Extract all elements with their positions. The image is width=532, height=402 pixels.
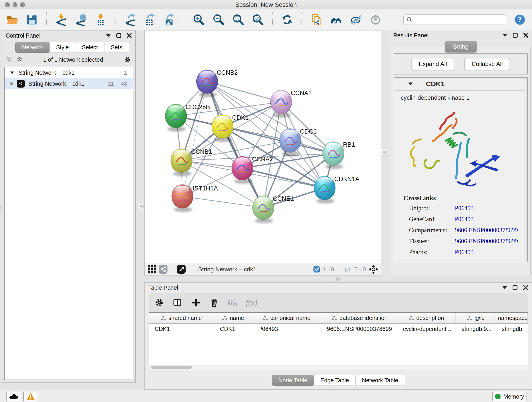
- network-node-CCNA2[interactable]: CCNA2: [232, 156, 273, 184]
- results-scrollbar[interactable]: [524, 78, 527, 262]
- network-view-toggle-icon[interactable]: [159, 265, 167, 274]
- node-table[interactable]: shared name name canonical name database…: [149, 312, 528, 370]
- export-image-button[interactable]: [163, 13, 176, 26]
- cell-id[interactable]: stringdb:9...: [456, 324, 496, 334]
- tab-style[interactable]: Style: [50, 42, 76, 53]
- scrollbar-thumb[interactable]: [151, 366, 192, 369]
- tab-string[interactable]: String: [445, 41, 476, 52]
- selected-checkbox-icon[interactable]: [313, 266, 320, 273]
- export-network-button[interactable]: [124, 13, 136, 26]
- hide-glass-button[interactable]: [350, 13, 362, 26]
- network-node-CCNA1[interactable]: CCNA1: [270, 89, 312, 118]
- table-options-gear-icon[interactable]: [154, 298, 164, 307]
- zoom-in-button[interactable]: [192, 13, 205, 26]
- section-expanded-icon[interactable]: [409, 83, 413, 85]
- column-header[interactable]: canonical name: [252, 313, 321, 323]
- tab-edge-table[interactable]: Edge Table: [314, 375, 355, 386]
- create-column-plus-icon[interactable]: [191, 298, 201, 307]
- cloud-status-button[interactable]: [6, 392, 21, 401]
- birdseye-view-icon[interactable]: [177, 265, 186, 274]
- tab-sets[interactable]: Sets: [104, 42, 129, 53]
- float-panel-icon[interactable]: [502, 286, 507, 289]
- edge-CCNB2-HIST1H1A[interactable]: [182, 82, 207, 196]
- float-panel-icon[interactable]: [106, 34, 111, 37]
- network-node-CCNB2[interactable]: CCNB2: [196, 69, 238, 97]
- horizontal-splitter-handle[interactable]: [336, 277, 340, 281]
- float-panel-icon[interactable]: [503, 34, 507, 37]
- collapse-all-button[interactable]: Collapse All: [464, 58, 510, 70]
- import-network-button[interactable]: [55, 13, 67, 26]
- maximize-panel-icon[interactable]: [116, 33, 121, 38]
- zoom-fit-button[interactable]: [232, 13, 244, 26]
- cell-database-identifier[interactable]: 9606.ENSP00000378699: [321, 324, 397, 334]
- grid-view-icon[interactable]: [147, 265, 156, 274]
- network-node-CCNB1[interactable]: CCNB1: [171, 148, 212, 176]
- node-label-CDK1: CDK1: [232, 114, 249, 121]
- crosslink-link[interactable]: P06493: [455, 216, 474, 223]
- show-columns-icon[interactable]: [172, 298, 183, 307]
- close-panel-icon[interactable]: [523, 33, 528, 38]
- table-row[interactable]: CDK1 CDK1 P06493 9606.ENSP00000378699 cy…: [149, 324, 528, 334]
- network-canvas[interactable]: CCNB2CCNA1CDC25BCDK1CDC6RB1CCNB1CCNA2CDK…: [144, 30, 381, 263]
- open-session-button[interactable]: [6, 13, 18, 26]
- column-header[interactable]: namespace: [496, 313, 528, 323]
- right-splitter-handle[interactable]: [382, 150, 387, 155]
- tab-network[interactable]: Network: [15, 42, 50, 53]
- zoom-selected-button[interactable]: [252, 13, 264, 26]
- help-button[interactable]: ?: [514, 13, 526, 26]
- zoom-out-button[interactable]: [212, 13, 225, 26]
- network-collection-row[interactable]: String Network – cdk1 1: [5, 67, 133, 78]
- maximize-panel-icon[interactable]: [513, 33, 518, 38]
- column-header[interactable]: database identifier: [321, 313, 397, 323]
- export-table-button[interactable]: [143, 13, 156, 26]
- crosslink-link[interactable]: P06493: [455, 205, 474, 212]
- delete-column-trash-icon[interactable]: [209, 298, 219, 307]
- column-header[interactable]: name: [214, 313, 252, 323]
- network-row-selected[interactable]: String Network – cdk1 11 48: [5, 78, 133, 89]
- network-options-gear-icon[interactable]: [123, 56, 131, 64]
- memory-button[interactable]: Memory: [492, 392, 527, 401]
- network-node-RB1[interactable]: RB1: [323, 141, 355, 169]
- expand-all-button[interactable]: Expand All: [412, 58, 454, 70]
- apply-layout-button[interactable]: [281, 13, 293, 26]
- table-horizontal-scrollbar[interactable]: [149, 365, 528, 370]
- cell-name[interactable]: CDK1: [214, 324, 252, 334]
- share-document-button[interactable]: [310, 13, 323, 26]
- search-input[interactable]: [414, 17, 503, 23]
- network-node-CCNE1[interactable]: CCNE1: [253, 195, 294, 223]
- collection-expanded-icon[interactable]: [10, 71, 14, 74]
- network-node-CDC25B[interactable]: CDC25B: [165, 104, 210, 132]
- home-button[interactable]: [330, 13, 342, 26]
- tab-node-table[interactable]: Node Table: [272, 375, 314, 386]
- column-header[interactable]: @id: [456, 313, 496, 323]
- left-splitter-handle[interactable]: [139, 204, 144, 209]
- cell-shared-name[interactable]: CDK1: [149, 324, 214, 334]
- tab-network-table[interactable]: Network Table: [355, 375, 405, 386]
- crosslink-link[interactable]: 9606.ENSP00000378699: [455, 227, 518, 234]
- maximize-panel-icon[interactable]: [513, 285, 518, 290]
- network-node-CDKN1A[interactable]: CDKN1A: [314, 176, 360, 204]
- import-database-button[interactable]: [75, 13, 87, 26]
- tab-select[interactable]: Select: [75, 42, 104, 53]
- cell-namespace[interactable]: stringdb: [496, 324, 528, 334]
- save-session-button[interactable]: [26, 13, 38, 26]
- column-header[interactable]: description: [397, 313, 456, 323]
- horizontal-splitter[interactable]: [144, 276, 532, 282]
- import-table-button[interactable]: [94, 13, 107, 26]
- toolbar-search[interactable]: [403, 14, 506, 25]
- warning-status-button[interactable]: [23, 392, 38, 401]
- cell-description[interactable]: cyclin-dependent ...: [397, 324, 456, 334]
- cell-canonical-name[interactable]: P06493: [252, 324, 321, 334]
- network-graph[interactable]: CCNB2CCNA1CDC25BCDK1CDC6RB1CCNB1CCNA2CDK…: [145, 31, 381, 264]
- column-header[interactable]: shared name: [149, 313, 214, 323]
- crosslink-link[interactable]: P06493: [455, 249, 474, 256]
- close-panel-icon[interactable]: [127, 33, 132, 38]
- expand-all-icon[interactable]: [16, 57, 23, 62]
- close-panel-icon[interactable]: [523, 285, 528, 290]
- edge-CCNE1-HIST1H1A[interactable]: [182, 196, 263, 208]
- show-glass-button[interactable]: [369, 13, 382, 26]
- collapse-all-icon[interactable]: [6, 57, 13, 62]
- protein-section-header[interactable]: CDK1: [394, 78, 527, 90]
- fit-selected-target-icon[interactable]: [369, 264, 378, 274]
- crosslink-link[interactable]: 9606.ENSP00000378699: [455, 238, 518, 245]
